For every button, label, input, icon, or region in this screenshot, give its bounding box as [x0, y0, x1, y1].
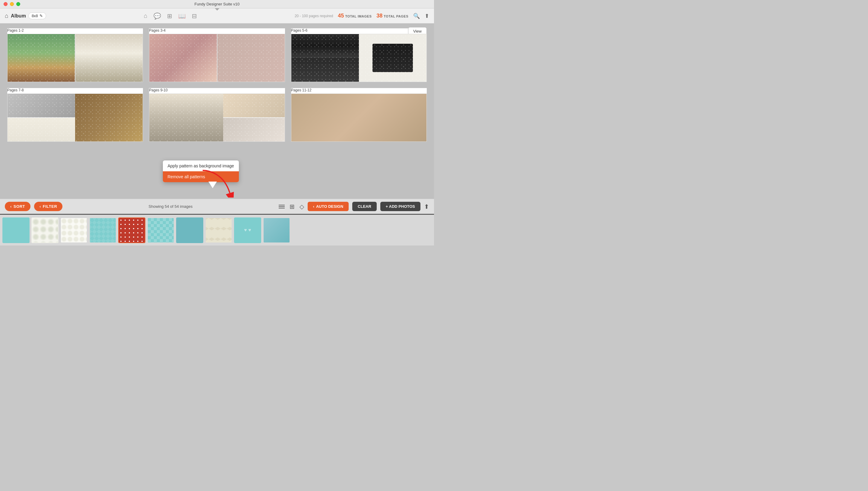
page-spread-7-8: Pages 7-8	[7, 88, 143, 142]
size-value: 8x8	[32, 13, 38, 18]
brand-icon: ⌂	[5, 12, 8, 19]
pattern-teal-geo[interactable]	[89, 218, 116, 243]
auto-design-chevron: ‹	[313, 204, 314, 209]
auto-design-button[interactable]: ‹ AUTO DESIGN	[308, 202, 349, 211]
home-icon[interactable]: ⌂	[144, 12, 147, 19]
spread-3-4[interactable]	[149, 34, 285, 82]
total-pages-num: 38	[376, 13, 382, 19]
close-button[interactable]	[4, 2, 7, 6]
photo-house	[7, 34, 76, 82]
total-images-label: TOTAL IMAGES	[345, 15, 372, 18]
brand-label: Album	[11, 13, 26, 19]
window-title: Fundy Designer Suite v10	[195, 2, 240, 6]
book-icon[interactable]: 📖	[178, 12, 186, 20]
page-label-3-4: Pages 3-4	[149, 28, 285, 33]
total-images-num: 45	[338, 13, 344, 19]
minimize-button[interactable]	[10, 2, 14, 6]
toolbar-right: 20 - 100 pages required 45 TOTAL IMAGES …	[295, 13, 429, 19]
pattern-gray-floral[interactable]	[31, 218, 59, 243]
layers-icon[interactable]: ◇	[299, 203, 304, 210]
page-label-1-2: Pages 1-2	[7, 28, 143, 33]
grid-icon[interactable]: ⊟	[192, 12, 197, 20]
total-pages-label: TOTAL PAGES	[384, 15, 408, 18]
hamburger-icon[interactable]	[279, 205, 285, 208]
page-spread-9-10: Pages 9-10	[149, 88, 285, 142]
search-icon[interactable]: 🔍	[413, 13, 420, 19]
layout-icon[interactable]: ⊞	[167, 12, 172, 20]
bottom-bar: ‹ SORT ‹ FILTER Showing 54 of 54 images …	[0, 199, 434, 214]
page-label-7-8: Pages 7-8	[7, 88, 143, 92]
title-arrow	[215, 8, 220, 10]
pattern-teal-floral[interactable]	[176, 218, 203, 243]
total-images-block: 45 TOTAL IMAGES	[338, 13, 372, 19]
pattern-cream-geo[interactable]	[205, 218, 232, 243]
photo-bride-face	[149, 34, 217, 82]
add-photos-button[interactable]: + ADD PHOTOS	[380, 202, 421, 211]
pages-grid: Pages 1-2 Pages 3-4 Pages 5-6	[7, 28, 427, 142]
page-label-9-10: Pages 9-10	[149, 88, 285, 92]
page-spread-3-4: Pages 3-4	[149, 28, 285, 82]
auto-design-label: AUTO DESIGN	[316, 204, 343, 209]
page-spread-5-6: Pages 5-6	[291, 28, 427, 82]
center-icons: ⊞ ◇	[279, 203, 304, 210]
page-spread-1-2: Pages 1-2	[7, 28, 143, 82]
title-bar: Fundy Designer Suite v10	[0, 0, 434, 8]
filter-button[interactable]: ‹ FILTER	[34, 202, 62, 211]
pattern-white-damask[interactable]	[60, 218, 87, 243]
pages-required: 20 - 100 pages required	[295, 14, 333, 18]
showing-text: Showing 54 of 54 images	[66, 204, 275, 209]
spread-5-6[interactable]	[291, 34, 427, 82]
clear-button[interactable]: CLEAR	[352, 202, 377, 211]
spread-11-12[interactable]	[291, 93, 427, 142]
pattern-panel: ♥ ♥	[0, 214, 434, 246]
pattern-teal-fade[interactable]	[263, 218, 290, 243]
sort-chevron: ‹	[10, 204, 12, 209]
tooltip-apply-pattern[interactable]: Apply pattern as background image	[163, 161, 239, 171]
comment-icon[interactable]: 💬	[153, 12, 161, 20]
brand: ⌂ Album 8x8 ✎	[5, 12, 46, 19]
photo-indoor	[76, 34, 143, 82]
toolbar-center: ⌂ 💬 ⊞ 📖 ⊟	[144, 12, 197, 20]
spread-9-10[interactable]	[149, 93, 285, 142]
pattern-teal-diamond[interactable]	[147, 218, 174, 243]
spread-1-2[interactable]	[7, 34, 143, 82]
filter-chevron: ‹	[39, 204, 41, 209]
tooltip-popup: Apply pattern as background image Remove…	[163, 161, 239, 182]
spread-7-8[interactable]	[7, 93, 143, 142]
filter-label: FILTER	[43, 204, 57, 209]
pattern-teal-solid[interactable]	[2, 218, 30, 243]
edit-icon: ✎	[39, 13, 43, 18]
sort-button[interactable]: ‹ SORT	[5, 202, 30, 211]
export-bottom-icon[interactable]: ⬆	[424, 203, 429, 210]
photo-bride2	[218, 34, 285, 82]
tooltip-box: Apply pattern as background image Remove…	[163, 161, 239, 182]
page-label-5-6: Pages 5-6	[291, 28, 427, 33]
tooltip-remove-patterns[interactable]: Remove all patterns	[163, 171, 239, 182]
sort-label: SORT	[13, 204, 25, 209]
maximize-button[interactable]	[16, 2, 20, 6]
pattern-teal-hearts[interactable]: ♥ ♥	[234, 218, 261, 243]
toolbar: ⌂ Album 8x8 ✎ ⌂ 💬 ⊞ 📖 ⊟ 20 - 100 pages r…	[0, 8, 434, 24]
pattern-red-polka[interactable]	[118, 218, 145, 243]
total-pages-block: 38 TOTAL PAGES	[376, 13, 408, 19]
tooltip-arrow	[208, 181, 217, 188]
size-badge[interactable]: 8x8 ✎	[28, 12, 46, 19]
page-spread-11-12: Pages 11-12	[291, 88, 427, 142]
grid-view-icon[interactable]: ⊞	[290, 203, 295, 210]
window-controls	[4, 2, 20, 6]
page-label-11-12: Pages 11-12	[291, 88, 427, 92]
export-icon[interactable]: ⬆	[425, 13, 429, 19]
